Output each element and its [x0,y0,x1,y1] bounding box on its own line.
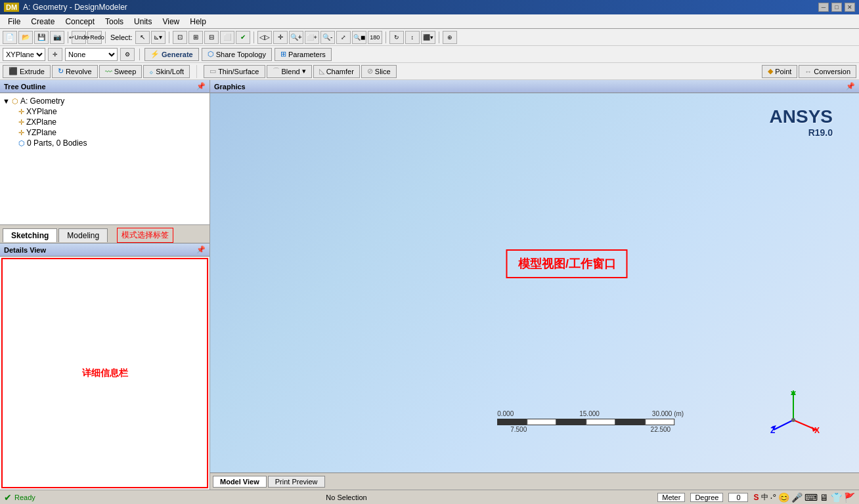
status-selection: No Selection [41,494,652,501]
left-panel: Tree Outline 📌 ▼ ⬡ A: Geometry ✛ XYPlane [0,80,210,490]
scale-line [497,419,684,425]
menu-help[interactable]: Help [185,16,211,28]
ansys-logo: ANSYS R19.0 [770,106,833,138]
tb-rotate[interactable]: ↻ [389,31,404,44]
mode-tabs: Sketching Modeling 模式选择标签 [0,225,209,243]
point-button[interactable]: ◆ Point [762,65,797,78]
extrude-button[interactable]: ⬛ Extrude [3,65,51,78]
sys-icon-shirt: 👕 [831,492,842,503]
save-button[interactable]: 💾 [34,31,49,44]
tb-axis[interactable]: ↕ [405,31,420,44]
viewport[interactable]: ANSYS R19.0 模型视图/工作窗口 0.000 15.000 30.00… [210,93,859,472]
sep7 [139,49,140,60]
scale-bar: 0.000 15.000 30.000 (m) 7.500 22.500 [497,410,684,433]
redo-button[interactable]: ↪ Redo [87,31,102,44]
details-content: 详细信息栏 [1,258,208,488]
parameters-button[interactable]: ⊞ Parameters [275,48,332,61]
op-right: ◆ Point ↔ Conversion [762,65,856,78]
tb-zoom-sel[interactable]: 🔍◼ [352,31,366,44]
tb-zoom-fit[interactable]: ⤢ [336,31,351,44]
app-icon: DM [4,3,19,12]
tree-item-xyplane[interactable]: ✛ XYPlane [0,106,209,117]
sketching-tab[interactable]: Sketching [3,228,57,242]
menu-tools[interactable]: Tools [100,16,129,28]
tb-zoom-out[interactable]: 🔍- [320,31,335,44]
tb-tool6[interactable]: ◁▷ [257,31,272,44]
tb-tool5[interactable]: ✔ [236,31,250,44]
titlebar: DM A: Geometry - DesignModeler ─ □ ✕ [0,0,859,14]
status-ready: ✔ Ready [4,492,35,503]
close-button[interactable]: ✕ [845,3,855,12]
sys-icon-flag: 🚩 [844,492,855,503]
tree-item-yzplane[interactable]: ✛ YZPlane [0,127,209,138]
graphics-panel: Graphics 📌 ANSYS R19.0 模型视图/工作窗口 0.000 1… [210,80,859,490]
taskbar-right-icons: S 中 ·° 😊 🎤 ⌨ 🖥 👕 🚩 [753,492,855,503]
details-pin-icon[interactable]: 📌 [196,245,206,254]
tree-pin-icon[interactable]: 📌 [196,82,206,91]
thin-surface-button[interactable]: ▭ Thin/Surface [204,65,265,78]
graphics-header: Graphics 📌 [210,80,859,93]
statusbar: ✔ Ready No Selection Meter Degree 0 S 中 … [0,490,859,504]
sweep-button[interactable]: 〰 Sweep [99,65,143,78]
generate-button[interactable]: ⚡ Generate [144,48,199,61]
op-sep1 [196,65,197,78]
chamfer-button[interactable]: ◺ Chamfer [313,65,360,78]
share-topology-button[interactable]: ⬡ Share Topology [202,48,272,61]
tb-move[interactable]: ✛ [273,31,288,44]
ready-icon: ✔ [4,492,12,503]
screenshot-button[interactable]: 📷 [50,31,64,44]
menu-concept[interactable]: Concept [60,16,100,28]
new-plane-btn[interactable]: ✛ [48,48,62,61]
axes-widget: Z X Y [767,387,820,440]
menu-view[interactable]: View [157,16,185,28]
blend-button[interactable]: ⌒ Blend▾ [267,65,312,78]
graphics-pin-icon[interactable]: 📌 [846,82,855,91]
expand-icon: ▼ [3,97,10,105]
tb-zoom-box[interactable]: ⬜+ [305,31,319,44]
tb-extra1[interactable]: ⊕ [443,31,457,44]
tb-zoom-in[interactable]: 🔍+ [289,31,303,44]
svg-point-6 [791,418,795,422]
plane-selector[interactable]: XYPlane [3,48,45,61]
sep5 [385,32,386,43]
maximize-button[interactable]: □ [831,3,842,12]
tb-tool2[interactable]: ⊞ [188,31,203,44]
tree-root[interactable]: ▼ ⬡ A: Geometry [0,96,209,106]
main-area: Tree Outline 📌 ▼ ⬡ A: Geometry ✛ XYPlane [0,80,859,490]
revolve-button[interactable]: ↻ Revolve [52,65,98,78]
viewport-label: 模型视图/工作窗口 [506,249,628,278]
select-mode-btn[interactable]: ↖ [135,31,150,44]
tb-tool1[interactable]: ⊡ [173,31,187,44]
sys-icon-monitor: 🖥 [820,492,829,503]
sys-icon-mic: 🎤 [791,492,803,503]
select-mode2-btn[interactable]: ⊾▾ [151,31,165,44]
undo-button[interactable]: ↩ Undo [72,31,86,44]
meter-unit[interactable]: Meter [657,493,685,502]
menu-create[interactable]: Create [26,16,60,28]
modeling-tab[interactable]: Modeling [58,228,108,242]
conversion-button[interactable]: ↔ Conversion [799,65,856,78]
new-button[interactable]: 📄 [3,31,17,44]
skinloft-button[interactable]: ⬦ Skin/Loft [143,65,190,78]
tb-tool3[interactable]: ⊟ [204,31,219,44]
print-preview-tab[interactable]: Print Preview [268,476,325,488]
sep3 [169,32,169,43]
plane-settings-btn[interactable]: ⚙ [120,48,135,61]
model-view-tab[interactable]: Model View [213,476,267,488]
tb-tool4[interactable]: ⬜ [220,31,234,44]
sep1 [68,32,68,43]
minimize-button[interactable]: ─ [818,3,829,12]
svg-line-0 [774,420,793,430]
tb-180[interactable]: 180 [368,31,382,44]
menu-file[interactable]: File [3,16,26,28]
status-units: Meter Degree 0 [657,493,748,502]
tb-cube[interactable]: ⬛▾ [421,31,435,44]
slice-button[interactable]: ⊘ Slice [361,65,397,78]
tree-item-parts[interactable]: ⬡ 0 Parts, 0 Bodies [0,138,209,148]
mode-label: 模式选择标签 [117,228,173,243]
degree-unit[interactable]: Degree [690,493,723,502]
menu-units[interactable]: Units [129,16,157,28]
tree-item-zxplane[interactable]: ✛ ZXPlane [0,117,209,127]
open-button[interactable]: 📂 [18,31,33,44]
none-selector[interactable]: None [65,48,118,61]
